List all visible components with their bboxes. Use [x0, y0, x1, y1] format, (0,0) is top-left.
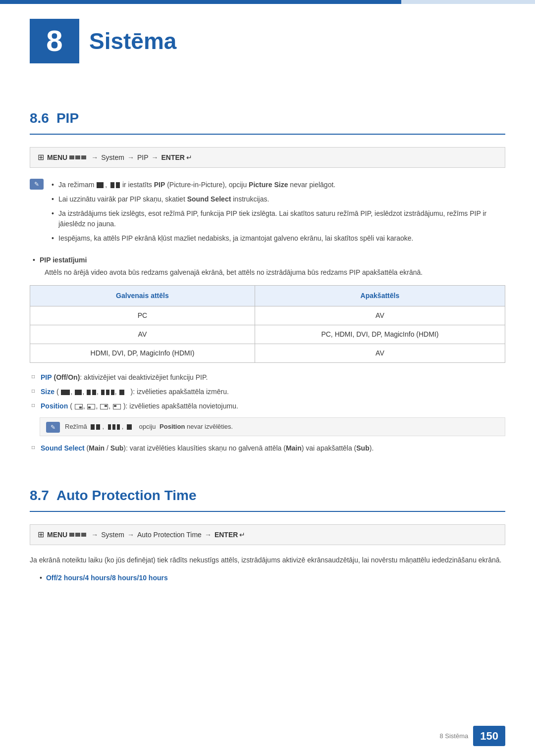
pip-option-size: Size ( , , , , ): izvēlieties apakšattēl… [30, 385, 505, 399]
note-icon-1 [30, 179, 44, 190]
nav-system: System [101, 152, 124, 163]
page-footer: 8 Sistēma 150 [439, 726, 505, 746]
pip-settings-label: PIP iestatījumi [40, 256, 87, 264]
pip-options-list: PIP (Off/On): aktivizējiet vai deaktiviz… [30, 370, 505, 413]
pip-menu-nav: ⊞ MENU → System → PIP → ENTER ↵ [30, 147, 505, 168]
pip-settings-desc: Attēls no ārējā video avota būs redzams … [45, 267, 505, 278]
position-note-icon [46, 422, 60, 433]
section-86-number: 8.6 [30, 108, 49, 129]
chapter-title: Sistēma [89, 24, 176, 58]
chapter-header: 8 Sistēma [30, 4, 505, 83]
section-87-header: 8.7 Auto Protection Time [30, 485, 505, 512]
apt-menu-symbol-icon: ⊞ [38, 529, 44, 541]
pip-table-row2-col2: PC, HDMI, DVI, DP, MagicInfo (HDMI) [255, 325, 505, 344]
pip-option-sound-select: Sound Select (Main / Sub): varat izvēlēt… [30, 441, 505, 455]
pip-table-row1-col1: PC [30, 306, 255, 325]
pip-table-row3-col1: HDMI, DVI, DP, MagicInfo (HDMI) [30, 344, 255, 363]
pip-option-pip-name: PIP [41, 373, 52, 381]
apt-nav-arrow-1: → [91, 530, 98, 540]
apt-nav-title: Auto Protection Time [137, 530, 202, 540]
pip-notes-list: Ja režimam , ir iestatīts PIP (Picture-i… [49, 178, 505, 246]
pip-table-row-1: PC AV [30, 306, 505, 325]
apt-nav-system: System [101, 530, 124, 540]
pip-option-position: Position ( , , , ): izvēlieties apakšatt… [30, 399, 505, 413]
nav-arrow-2: → [127, 152, 134, 163]
menu-symbol-icon: ⊞ [38, 151, 44, 163]
pip-notes-block: Ja režimam , ir iestatīts PIP (Picture-i… [30, 178, 505, 246]
pip-table-row3-col2: AV [255, 344, 505, 363]
nav-arrow-3: → [152, 152, 159, 163]
chapter-number: 8 [30, 19, 79, 63]
pip-table-row-2: AV PC, HDMI, DVI, DP, MagicInfo (HDMI) [30, 325, 505, 344]
footer-section-label: 8 Sistēma [439, 731, 468, 741]
pip-settings-item: PIP iestatījumi [30, 253, 505, 267]
apt-menu-icon-squares [69, 533, 86, 537]
section-87-number: 8.7 [30, 485, 49, 506]
pip-table: Galvenais attēls Apakšattēls PC AV AV PC… [30, 285, 505, 363]
pip-option-pip-desc: (Off/On): aktivizējiet vai deaktivizējie… [54, 373, 208, 381]
pip-note-item-1: Ja režimam , ir iestatīts PIP (Picture-i… [49, 178, 505, 192]
pip-option-size-name: Size [41, 388, 54, 396]
pip-option-position-desc: ( , , , ): izvēlieties apakšattēla novie… [70, 402, 238, 410]
footer-page-number: 150 [473, 726, 505, 746]
position-note: Režīmā , , opciju Position nevar izvēlēt… [40, 417, 505, 436]
pip-table-row-3: HDMI, DVI, DP, MagicInfo (HDMI) AV [30, 344, 505, 363]
menu-label: MENU [47, 152, 67, 163]
apt-menu-label: MENU [47, 530, 67, 540]
sound-select-name: Sound Select [41, 444, 85, 452]
pip-note-item-3: Ja izstrādājums tiek izslēgts, esot režī… [49, 206, 505, 231]
apt-nav-arrow-2: → [127, 530, 134, 540]
pip-option-position-name: Position [41, 402, 68, 410]
section-87-title: Auto Protection Time [56, 485, 197, 506]
pip-table-row2-col1: AV [30, 325, 255, 344]
apt-menu-nav: ⊞ MENU → System → Auto Protection Time →… [30, 524, 505, 545]
apt-description: Ja ekrānā noteiktu laiku (ko jūs definēj… [30, 555, 505, 565]
apt-enter-icon: ↵ [239, 530, 245, 540]
pip-table-row1-col2: AV [255, 306, 505, 325]
pip-note-item-4: Iespējams, ka attēls PIP ekrānā kļūst ma… [49, 231, 505, 246]
apt-nav-enter: ENTER [214, 530, 238, 540]
section-86-header: 8.6 PIP [30, 108, 505, 135]
menu-icon-squares [69, 155, 86, 159]
apt-nav-arrow-3: → [205, 530, 212, 540]
nav-enter: ENTER [161, 152, 185, 163]
sound-select-list: Sound Select (Main / Sub): varat izvēlēt… [30, 441, 505, 455]
pip-option-size-desc: ( , , , , ): izvēlieties apakšattēla izm… [56, 388, 229, 396]
section-86-title: PIP [56, 108, 79, 129]
enter-icon: ↵ [186, 152, 192, 163]
sound-select-desc: (Main / Sub): varat izvēlēties klausītie… [87, 444, 374, 452]
pip-note-1: Ja režimam , ir iestatīts PIP (Picture-i… [30, 178, 505, 246]
nav-pip: PIP [137, 152, 149, 163]
nav-arrow-1: → [91, 152, 98, 163]
pip-option-pip: PIP (Off/On): aktivizējiet vai deaktiviz… [30, 370, 505, 385]
pip-table-col2-header: Apakšattēls [255, 286, 505, 306]
pip-table-col1-header: Galvenais attēls [30, 286, 255, 306]
apt-options: Off/2 hours/4 hours/8 hours/10 hours [30, 573, 505, 583]
top-decorative-strips [0, 0, 535, 4]
position-note-text: Režīmā , , opciju Position nevar izvēlēt… [65, 422, 233, 432]
pip-note-item-2: Lai uzzinātu vairāk par PIP skaņu, skati… [49, 192, 505, 206]
pip-settings-list: PIP iestatījumi [30, 253, 505, 267]
